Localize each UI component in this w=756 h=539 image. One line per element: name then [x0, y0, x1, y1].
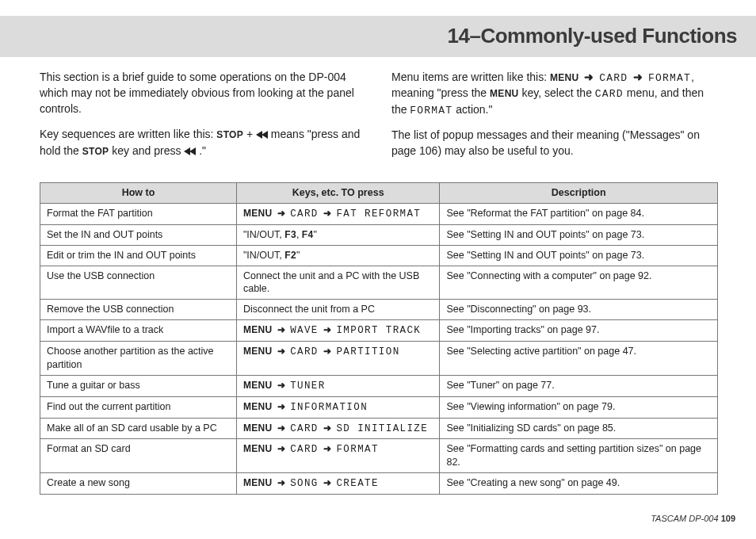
- footer-brand: TASCAM DP-004: [651, 514, 720, 523]
- arrow-icon: ➜: [272, 477, 290, 488]
- cell-how: Use the USB connection: [40, 266, 237, 300]
- intro-left-p2: Key sequences are written like this: STO…: [40, 127, 369, 160]
- cell-how: Make all of an SD card usable by a PC: [40, 418, 237, 439]
- functions-table: How to Keys, etc. TO press Description F…: [40, 182, 718, 495]
- text: "IN/OUT,: [243, 250, 284, 261]
- cell-keys: Connect the unit and a PC with the USB c…: [236, 266, 440, 300]
- text: ": [296, 250, 300, 261]
- rewind-icon: [184, 144, 196, 160]
- menu-item: IMPORT TRACK: [336, 325, 421, 336]
- cell-desc: See "Importing tracks" on page 97.: [440, 320, 718, 342]
- cell-desc: See "Setting IN and OUT points" on page …: [440, 224, 718, 245]
- table-row: Choose another partition as the active p…: [40, 342, 718, 376]
- arrow-icon: ➜: [319, 477, 337, 488]
- arrow-icon: ➜: [272, 324, 290, 335]
- text: .": [199, 144, 206, 157]
- cell-desc: See "Viewing information" on page 79.: [440, 396, 718, 418]
- menu-item-card: CARD: [599, 72, 628, 84]
- arrow-icon: ➜: [272, 346, 290, 357]
- text: Key sequences are written like this:: [40, 128, 216, 140]
- text: means: [271, 128, 307, 140]
- key-label: MENU: [243, 477, 273, 488]
- text: ,: [296, 229, 302, 240]
- cell-keys: MENU ➜ TUNER: [236, 375, 440, 396]
- menu-item: SONG: [290, 478, 319, 489]
- arrow-icon: ➜: [319, 208, 337, 219]
- table-row: Find out the current partitionMENU ➜ INF…: [40, 396, 718, 418]
- page-number: 109: [721, 514, 735, 523]
- cell-how: Remove the USB connection: [40, 300, 237, 320]
- col-head-how: How to: [40, 183, 237, 204]
- menu-item-format: FORMAT: [648, 72, 691, 84]
- rewind-icon: [256, 128, 268, 143]
- cell-how: Format an SD card: [40, 439, 237, 473]
- menu-item: WAVE: [290, 325, 319, 336]
- key-label: MENU: [243, 380, 273, 391]
- manual-page: 14–Commonly-used Functions This section …: [0, 0, 756, 539]
- key-label: MENU: [243, 422, 273, 434]
- key-label: MENU: [243, 401, 273, 412]
- functions-table-wrap: How to Keys, etc. TO press Description F…: [40, 182, 718, 495]
- cell-desc: See "Reformat the FAT partition" on page…: [440, 203, 718, 224]
- key-stop: STOP: [82, 146, 109, 157]
- cell-desc: See "Tuner" on page 77.: [440, 375, 718, 396]
- menu-item: FORMAT: [336, 444, 378, 455]
- table-row: Set the IN and OUT points"IN/OUT, F3, F4…: [40, 224, 718, 245]
- table-row: Tune a guitar or bassMENU ➜ TUNERSee "Tu…: [40, 375, 718, 396]
- intro-right-column: Menu items are written like this: MENU ➜…: [391, 70, 721, 169]
- col-head-keys: Keys, etc. TO press: [236, 183, 440, 204]
- cell-how: Format the FAT partition: [40, 203, 237, 224]
- arrow-icon: ➜: [272, 443, 290, 454]
- table-row: Format the FAT partitionMENU ➜ CARD ➜ FA…: [40, 203, 718, 224]
- text: action.": [452, 103, 492, 116]
- text: ": [313, 229, 316, 240]
- table-row: Format an SD cardMENU ➜ CARD ➜ FORMATSee…: [40, 439, 718, 473]
- table-row: Use the USB connectionConnect the unit a…: [40, 266, 718, 300]
- menu-item: CARD: [290, 444, 319, 455]
- arrow-icon: ➜: [319, 422, 337, 434]
- cell-how: Choose another partition as the active p…: [40, 342, 237, 376]
- cell-desc: See "Selecting active partition" on page…: [440, 342, 718, 376]
- page-footer: TASCAM DP-004 109: [651, 513, 735, 525]
- arrow-icon: ➜: [272, 422, 290, 434]
- cell-desc: See "Setting IN and OUT points" on page …: [440, 245, 718, 266]
- cell-desc: See "Disconnecting" on page 93.: [440, 300, 718, 320]
- col-head-desc: Description: [440, 183, 718, 204]
- table-row: Edit or trim the IN and OUT points"IN/OU…: [40, 245, 718, 266]
- menu-item: PARTITION: [336, 346, 399, 357]
- table-body: Format the FAT partitionMENU ➜ CARD ➜ FA…: [40, 203, 718, 494]
- menu-item: CARD: [290, 346, 319, 357]
- arrow-icon: ➜: [272, 401, 290, 412]
- key-label: MENU: [243, 443, 273, 454]
- cell-desc: See "Initializing SD cards" on page 85.: [440, 418, 718, 439]
- cell-how: Edit or trim the IN and OUT points: [40, 245, 237, 266]
- intro-left-column: This section is a brief guide to some op…: [40, 70, 369, 169]
- text: Menu items are written like this:: [391, 71, 550, 83]
- key-label: F2: [284, 250, 296, 261]
- arrow-icon: ➜: [582, 71, 596, 83]
- arrow-icon: ➜: [272, 208, 290, 219]
- cell-desc: See "Connecting with a computer" on page…: [440, 266, 718, 300]
- arrow-icon: ➜: [319, 443, 337, 454]
- cell-keys: MENU ➜ INFORMATION: [236, 396, 440, 418]
- cell-keys: "IN/OUT, F3, F4": [236, 224, 440, 245]
- key-menu: MENU: [490, 88, 519, 99]
- text: Connect the unit and a PC with the USB c…: [243, 270, 419, 295]
- intro-right-p2: The list of popup messages and their mea…: [391, 128, 721, 159]
- intro-left-p1: This section is a brief guide to some op…: [40, 70, 369, 117]
- cell-keys: MENU ➜ CARD ➜ FORMAT: [236, 439, 440, 473]
- table-row: Remove the USB connectionDisconnect the …: [40, 300, 718, 320]
- cell-how: Import a WAVfile to a track: [40, 320, 237, 342]
- menu-item-format: FORMAT: [410, 105, 452, 117]
- menu-item: CARD: [290, 423, 319, 434]
- cell-keys: "IN/OUT, F2": [236, 245, 440, 266]
- menu-item: TUNER: [290, 380, 326, 392]
- key-stop: STOP: [216, 129, 243, 140]
- menu-item: CARD: [290, 208, 319, 220]
- cell-keys: MENU ➜ CARD ➜ FAT REFORMAT: [236, 203, 440, 224]
- intro-columns: This section is a brief guide to some op…: [40, 70, 721, 169]
- arrow-icon: ➜: [272, 380, 290, 391]
- table-row: Make all of an SD card usable by a PCMEN…: [40, 418, 718, 439]
- key-label: MENU: [243, 208, 273, 219]
- menu-item: CREATE: [336, 478, 378, 489]
